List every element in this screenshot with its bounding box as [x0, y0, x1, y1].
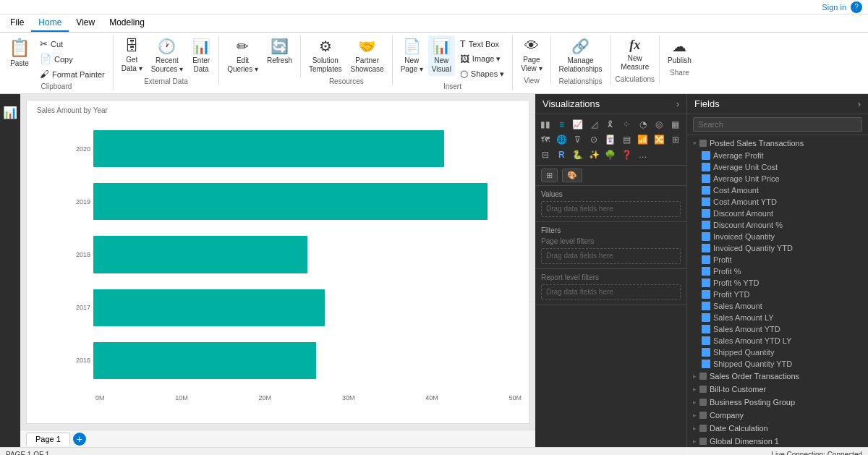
publish-icon: ☁ [672, 38, 686, 55]
field-item-0-8[interactable]: Invoiced Quantity YTD [687, 242, 868, 254]
tab-file[interactable]: File [3, 14, 31, 32]
page-level-dropzone[interactable]: Drag data fields here [541, 248, 681, 264]
field-item-0-1[interactable]: Average Unit Cost [687, 161, 868, 173]
field-item-0-3[interactable]: Cost Amount [687, 184, 868, 196]
viz-icon-map[interactable]: 🗺 [538, 132, 553, 147]
field-item-0-12[interactable]: Profit YTD [687, 289, 868, 300]
field-item-0-11[interactable]: Profit % YTD [687, 277, 868, 289]
field-item-0-4[interactable]: Cost Amount YTD [687, 196, 868, 208]
edit-queries-button[interactable]: ✏ EditQueries ▾ [224, 35, 262, 76]
values-dropzone[interactable]: Drag data fields here [541, 201, 681, 217]
field-item-0-7[interactable]: Invoiced Quantity [687, 231, 868, 242]
tab-modeling[interactable]: Modeling [102, 14, 152, 32]
field-icon-0-16 [702, 336, 710, 345]
add-page-button[interactable]: + [73, 433, 86, 446]
page-1-tab[interactable]: Page 1 [26, 433, 70, 446]
viz-icon-filled-map[interactable]: 🌐 [554, 132, 569, 147]
expand-arrow-0: ▾ [693, 140, 697, 147]
field-item-0-16[interactable]: Sales Amount YTD LY [687, 335, 868, 346]
image-button[interactable]: 🖼 Image ▾ [456, 52, 508, 66]
field-item-0-6[interactable]: Discount Amount % [687, 219, 868, 231]
viz-icon-multirow[interactable]: ▤ [619, 132, 634, 147]
viz-icon-treemap[interactable]: ▦ [668, 117, 683, 132]
viz-icon-ai[interactable]: ✨ [587, 148, 601, 162]
viz-icon-donut[interactable]: ◎ [652, 117, 666, 132]
solution-templates-button[interactable]: ⚙ SolutionTemplates [305, 35, 346, 76]
field-group-header-1[interactable]: ▸Sales Order Transactions [687, 370, 868, 383]
enter-data-button[interactable]: 📊 EnterData [188, 35, 214, 76]
field-item-0-15[interactable]: Sales Amount YTD [687, 323, 868, 335]
copy-button[interactable]: 📄 Copy [36, 52, 109, 66]
fields-expand-icon[interactable]: › [858, 98, 861, 109]
field-group-header-2[interactable]: ▸Bill-to Customer [687, 383, 868, 396]
field-item-0-14[interactable]: Sales Amount LY [687, 312, 868, 323]
page-view-button[interactable]: 👁 PageView ▾ [517, 35, 545, 75]
report-view-icon[interactable]: 📊 [3, 100, 17, 125]
viz-icon-slicer[interactable]: 🔀 [652, 132, 666, 147]
viz-icon-table[interactable]: ⊞ [668, 132, 683, 147]
field-item-0-10[interactable]: Profit % [687, 265, 868, 277]
field-item-0-5[interactable]: Discount Amount [687, 208, 868, 219]
refresh-button[interactable]: 🔄 Refresh [263, 35, 296, 67]
field-item-0-9[interactable]: Profit [687, 254, 868, 265]
viz-icon-card[interactable]: 🃏 [603, 132, 618, 147]
group-label-3: Business Posting Group [710, 398, 795, 407]
field-group-header-0[interactable]: ▾Posted Sales Transactions [687, 137, 868, 150]
field-item-0-13[interactable]: Sales Amount [687, 300, 868, 312]
shapes-button[interactable]: ⬡ Shapes ▾ [456, 67, 508, 81]
new-page-button[interactable]: 📄 NewPage ▾ [397, 35, 427, 76]
report-level-dropzone[interactable]: Drag data fields here [541, 284, 681, 300]
viz-icon-kpi[interactable]: 📶 [636, 132, 650, 147]
viz-icon-hbar[interactable]: ≡ [554, 117, 569, 132]
sign-in-link[interactable]: Sign in [822, 3, 846, 12]
new-measure-button[interactable]: fx NewMeasure [617, 35, 652, 74]
format-tab[interactable]: 🎨 [562, 169, 582, 182]
field-group-header-4[interactable]: ▸Company [687, 409, 868, 422]
tab-home[interactable]: Home [31, 14, 69, 32]
left-nav: 📊 [0, 94, 20, 447]
new-visual-button[interactable]: 📊 NewVisual [428, 35, 455, 76]
paste-button[interactable]: 📋 Paste [4, 35, 35, 69]
help-icon[interactable]: ? [851, 1, 862, 13]
viz-icon-decomp[interactable]: 🌳 [603, 148, 618, 162]
canvas[interactable]: Sales Amount by Year 2020 2019 [26, 100, 529, 424]
field-item-0-0[interactable]: Average Profit [687, 150, 868, 161]
partner-showcase-button[interactable]: 🤝 PartnerShowcase [347, 35, 388, 76]
edit-queries-label: EditQueries ▾ [227, 56, 258, 74]
viz-icon-r[interactable]: R [554, 148, 569, 162]
top-bar: Sign in ? [0, 0, 868, 14]
field-group-header-3[interactable]: ▸Business Posting Group [687, 396, 868, 409]
field-item-0-2[interactable]: Average Unit Price [687, 173, 868, 184]
fields-tab[interactable]: ⊞ [541, 169, 558, 182]
relationships-label: Relationships [559, 77, 603, 85]
format-painter-button[interactable]: 🖌 Format Painter [36, 67, 109, 81]
enter-data-icon: 📊 [192, 38, 210, 55]
viz-icon-qanda[interactable]: ❓ [619, 148, 634, 162]
viz-expand-icon[interactable]: › [676, 98, 679, 109]
viz-icon-bar[interactable]: ▮▮ [538, 117, 553, 132]
field-item-0-18[interactable]: Shipped Quantity YTD [687, 358, 868, 370]
publish-button[interactable]: ☁ Publish [664, 35, 695, 67]
viz-icon-line[interactable]: 📈 [571, 117, 585, 132]
recent-sources-button[interactable]: 🕐 RecentSources ▾ [148, 35, 187, 76]
text-box-button[interactable]: T Text Box [456, 37, 508, 51]
viz-icon-matrix[interactable]: ⊟ [538, 148, 553, 162]
manage-relationships-button[interactable]: 🔗 ManageRelationships [556, 35, 606, 76]
field-label-0-17: Shipped Quantity [713, 348, 774, 357]
page-count: PAGE 1 OF 1 [6, 451, 49, 455]
field-group-header-5[interactable]: ▸Date Calculation [687, 422, 868, 435]
viz-icon-scatter[interactable]: ⁘ [619, 117, 634, 132]
viz-icon-ribbon[interactable]: 🎗 [603, 117, 618, 132]
fields-search-input[interactable] [693, 117, 862, 132]
get-data-button[interactable]: 🗄 GetData ▾ [118, 35, 146, 75]
viz-icon-more[interactable]: … [636, 148, 650, 162]
viz-icon-gauge[interactable]: ⊙ [587, 132, 601, 147]
viz-icon-funnel[interactable]: ⊽ [571, 132, 585, 147]
tab-view[interactable]: View [69, 14, 102, 32]
viz-icon-python[interactable]: 🐍 [571, 148, 585, 162]
cut-button[interactable]: ✂ Cut [36, 37, 109, 51]
field-item-0-17[interactable]: Shipped Quantity [687, 346, 868, 358]
field-group-header-6[interactable]: ▸Global Dimension 1 [687, 435, 868, 447]
viz-icon-pie[interactable]: ◔ [636, 117, 650, 132]
viz-icon-area[interactable]: ◿ [587, 117, 601, 132]
